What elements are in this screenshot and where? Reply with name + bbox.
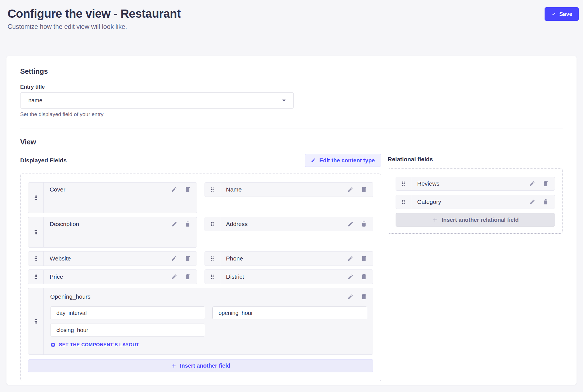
entry-title-select[interactable]: name xyxy=(20,92,294,109)
trash-icon[interactable] xyxy=(361,273,367,280)
pencil-icon[interactable] xyxy=(347,186,354,193)
displayed-fields-dropzone: Cover Nam xyxy=(20,174,381,381)
field-card-main: Description xyxy=(44,217,197,247)
caret-down-icon xyxy=(282,100,286,102)
field-label: Name xyxy=(226,186,242,193)
drag-handle-icon[interactable] xyxy=(205,183,220,197)
trash-icon[interactable] xyxy=(361,293,367,300)
drag-handle-icon[interactable] xyxy=(28,252,44,266)
field-card-description[interactable]: Description xyxy=(28,217,197,248)
section-divider xyxy=(20,128,563,128)
drag-handle-icon[interactable] xyxy=(205,217,220,231)
field-card-main: Address xyxy=(220,217,373,231)
pencil-icon[interactable] xyxy=(347,255,354,262)
trash-icon[interactable] xyxy=(184,255,191,262)
plus-icon xyxy=(432,217,438,223)
insert-another-relational-field-button[interactable]: Insert another relational field xyxy=(396,213,555,227)
check-icon xyxy=(551,11,556,17)
field-card-website[interactable]: Website xyxy=(28,251,197,266)
field-label: District xyxy=(226,273,244,280)
edit-content-type-button[interactable]: Edit the content type xyxy=(305,154,381,167)
displayed-fields-column: Displayed Fields Edit the content type C… xyxy=(20,154,381,381)
drag-handle-icon[interactable] xyxy=(28,217,44,247)
displayed-fields-header: Displayed Fields Edit the content type xyxy=(20,154,381,167)
field-label: Cover xyxy=(50,186,65,193)
set-component-layout-label: SET THE COMPONENT'S LAYOUT xyxy=(59,342,139,348)
view-heading: View xyxy=(20,138,563,146)
displayed-fields-label: Displayed Fields xyxy=(20,157,67,164)
pencil-icon[interactable] xyxy=(171,186,177,193)
save-button[interactable]: Save xyxy=(545,7,579,21)
drag-handle-icon[interactable] xyxy=(28,270,44,284)
trash-icon[interactable] xyxy=(184,221,191,227)
drag-handle-icon[interactable] xyxy=(205,270,220,284)
trash-icon[interactable] xyxy=(361,221,367,227)
field-card-cover[interactable]: Cover xyxy=(28,182,197,213)
field-card-main: Phone xyxy=(220,252,373,266)
pencil-icon[interactable] xyxy=(171,221,177,227)
field-card-price[interactable]: Price xyxy=(28,269,197,284)
page-title: Configure the view - Restaurant xyxy=(8,7,181,20)
field-label: Website xyxy=(50,255,71,262)
field-label: Phone xyxy=(226,255,243,262)
field-label: Description xyxy=(50,221,79,227)
field-card-main: Cover xyxy=(44,183,197,213)
drag-handle-icon[interactable] xyxy=(396,195,411,209)
subfield-day-interval: day_interval xyxy=(50,306,205,319)
field-card-address[interactable]: Address xyxy=(205,217,373,231)
field-label: Address xyxy=(226,221,248,227)
field-card-district[interactable]: District xyxy=(205,269,373,284)
field-card-main: Website xyxy=(44,252,197,266)
pencil-icon[interactable] xyxy=(347,274,354,280)
entry-title-label: Entry title xyxy=(20,84,563,90)
trash-icon[interactable] xyxy=(361,186,367,193)
relational-card-main: Category xyxy=(411,195,555,209)
pencil-icon[interactable] xyxy=(347,221,354,227)
insert-another-field-button[interactable]: Insert another field xyxy=(28,359,373,372)
entry-title-selected-value: name xyxy=(28,97,42,104)
component-label: Opening_hours xyxy=(50,293,91,300)
field-card-phone[interactable]: Phone xyxy=(205,251,373,266)
pencil-icon[interactable] xyxy=(529,181,535,187)
pencil-icon[interactable] xyxy=(171,255,177,262)
trash-icon[interactable] xyxy=(542,199,549,205)
relational-field-label: Reviews xyxy=(417,180,439,187)
field-card-main: Price xyxy=(44,270,197,284)
trash-icon[interactable] xyxy=(361,255,367,262)
configure-view-panel: Settings Entry title name Set the displa… xyxy=(6,56,577,385)
component-card-opening-hours[interactable]: Opening_hours day_interval opening_hour … xyxy=(28,288,373,355)
trash-icon[interactable] xyxy=(184,273,191,280)
pencil-icon[interactable] xyxy=(347,294,354,300)
drag-handle-icon[interactable] xyxy=(205,252,220,266)
field-card-name[interactable]: Name xyxy=(205,182,373,197)
trash-icon[interactable] xyxy=(184,186,191,193)
page-subtitle: Customize how the edit view will look li… xyxy=(8,23,181,31)
drag-handle-icon[interactable] xyxy=(396,177,411,190)
drag-handle-icon[interactable] xyxy=(28,288,44,354)
settings-heading: Settings xyxy=(20,67,563,75)
gear-icon xyxy=(50,342,56,348)
plus-icon xyxy=(171,363,177,369)
component-subfields-grid: day_interval opening_hour closing_hour xyxy=(50,306,367,336)
subfield-closing-hour: closing_hour xyxy=(50,324,205,336)
field-card-main: Name xyxy=(220,183,373,197)
entry-title-hint: Set the displayed field of your entry xyxy=(20,111,563,117)
field-card-main: District xyxy=(220,270,373,284)
page-header: Configure the view - Restaurant Customiz… xyxy=(0,0,583,56)
trash-icon[interactable] xyxy=(542,180,549,187)
relational-card-category[interactable]: Category xyxy=(396,195,555,209)
relational-fields-heading: Relational fields xyxy=(388,156,563,163)
field-label: Price xyxy=(50,273,63,280)
save-button-label: Save xyxy=(559,11,572,17)
page-header-text: Configure the view - Restaurant Customiz… xyxy=(8,7,181,31)
set-component-layout-link[interactable]: SET THE COMPONENT'S LAYOUT xyxy=(50,342,139,348)
pencil-icon[interactable] xyxy=(529,199,535,205)
relational-fields-column: Relational fields Reviews xyxy=(388,154,563,234)
pencil-icon[interactable] xyxy=(171,274,177,280)
insert-another-field-label: Insert another field xyxy=(180,363,230,369)
relational-card-reviews[interactable]: Reviews xyxy=(396,177,555,191)
drag-handle-icon[interactable] xyxy=(28,183,44,213)
subfield-opening-hour: opening_hour xyxy=(212,306,367,319)
pencil-icon xyxy=(311,158,316,163)
insert-another-relational-field-label: Insert another relational field xyxy=(442,217,519,223)
